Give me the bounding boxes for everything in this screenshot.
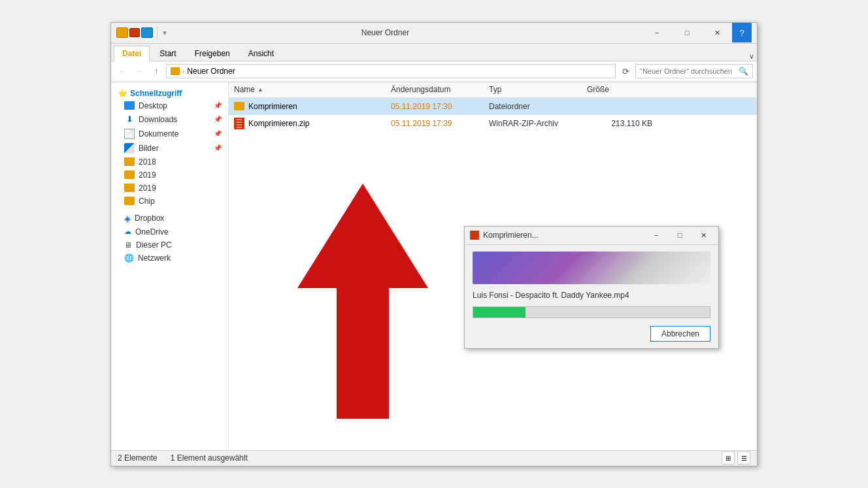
sidebar-item-2019b[interactable]: 2019 xyxy=(111,182,228,195)
sidebar-item-netzwerk[interactable]: 🌐 Netzwerk xyxy=(111,252,228,265)
sort-arrow-name: ▲ xyxy=(258,86,263,93)
ribbon-expand[interactable]: ∨ xyxy=(749,52,754,61)
col-header-date[interactable]: Änderungsdatum xyxy=(391,85,489,94)
dialog-body: Luis Fonsi - Despacito ft. Daddy Yankee.… xyxy=(465,245,718,348)
zip-icon-komprimieren xyxy=(234,118,244,129)
file-name-1: Komprimieren.zip xyxy=(234,118,391,129)
dialog-title-bar: Komprimieren... − □ ✕ xyxy=(465,227,718,245)
title-bar: ▼ Neuer Ordner − □ ✕ ? xyxy=(111,23,757,44)
file-date-1: 05.11.2019 17:39 xyxy=(391,119,489,128)
star-icon: ⭐ xyxy=(118,89,127,98)
quickaccess-label: Schnellzugriff xyxy=(130,89,182,98)
sidebar-item-bilder[interactable]: Bilder 📌 xyxy=(111,141,228,155)
svg-marker-0 xyxy=(297,184,428,419)
file-date-0: 05.11.2019 17:30 xyxy=(391,102,489,111)
pin-icon-dokumente: 📌 xyxy=(214,130,222,137)
onedrive-icon: ☁ xyxy=(124,227,131,236)
explorer-window: ▼ Neuer Ordner − □ ✕ ? Datei Start Freig… xyxy=(110,22,758,466)
folder-icon-2019a xyxy=(124,171,135,179)
main-content: ⭐ Schnellzugriff Desktop 📌 ⬇ Downloads 📌… xyxy=(111,82,757,450)
compress-dialog: Komprimieren... − □ ✕ Luis Fonsi - Despa… xyxy=(464,226,719,349)
address-path[interactable]: › Neuer Ordner xyxy=(166,64,616,78)
folder-icon-chip xyxy=(124,197,135,205)
pin-icon-downloads: 📌 xyxy=(214,116,222,123)
tab-start[interactable]: Start xyxy=(151,46,184,61)
sidebar-item-chip[interactable]: Chip xyxy=(111,195,228,208)
sidebar-item-desktop[interactable]: Desktop 📌 xyxy=(111,99,228,112)
dialog-progress-bar xyxy=(473,306,710,318)
close-button[interactable]: ✕ xyxy=(702,23,732,42)
col-header-name[interactable]: Name ▲ xyxy=(234,85,391,94)
view-list-button[interactable]: ☰ xyxy=(737,451,750,464)
column-headers: Name ▲ Änderungsdatum Typ Größe xyxy=(229,82,757,98)
search-icon: 🔍 xyxy=(739,67,748,76)
file-name-text-0: Komprimieren xyxy=(248,102,297,111)
col-size-label: Größe xyxy=(587,85,609,94)
ribbon: Datei Start Freigeben Ansicht ∨ xyxy=(111,44,757,61)
sidebar-item-onedrive[interactable]: ☁ OneDrive xyxy=(111,225,228,238)
pictures-icon xyxy=(124,143,135,154)
up-button[interactable]: ↑ xyxy=(149,64,163,78)
maximize-button[interactable]: □ xyxy=(672,23,702,42)
file-type-1: WinRAR-ZIP-Archiv xyxy=(489,119,587,128)
col-header-size[interactable]: Größe xyxy=(587,85,652,94)
sidebar-label-dokumente: Dokumente xyxy=(139,129,178,138)
forward-button[interactable]: → xyxy=(132,64,146,78)
sidebar-item-2018[interactable]: 2018 xyxy=(111,155,228,169)
col-name-label: Name xyxy=(234,85,255,94)
dialog-banner xyxy=(473,252,710,284)
sidebar-label-dropbox: Dropbox xyxy=(135,214,164,223)
sidebar-label-2019b: 2019 xyxy=(139,184,156,193)
col-date-label: Änderungsdatum xyxy=(391,85,450,94)
dialog-buttons: Abbrechen xyxy=(473,326,710,342)
minimize-button[interactable]: − xyxy=(642,23,672,42)
sidebar-item-2019a[interactable]: 2019 xyxy=(111,169,228,182)
sidebar-item-dokumente[interactable]: 📄 Dokumente 📌 xyxy=(111,127,228,141)
title-bar-controls: − □ ✕ ? xyxy=(642,23,752,42)
sidebar-label-2018: 2018 xyxy=(139,157,156,167)
sidebar-label-bilder: Bilder xyxy=(139,144,159,153)
sidebar-item-dropbox[interactable]: ◈ Dropbox xyxy=(111,212,228,225)
docs-icon: 📄 xyxy=(124,129,135,139)
sidebar-quickaccess-header[interactable]: ⭐ Schnellzugriff xyxy=(111,85,228,99)
col-header-type[interactable]: Typ xyxy=(489,85,587,94)
help-button[interactable]: ? xyxy=(732,23,752,42)
tab-datei[interactable]: Datei xyxy=(114,46,150,61)
pin-icon-desktop: 📌 xyxy=(214,102,222,109)
dialog-cancel-button[interactable]: Abbrechen xyxy=(650,326,710,342)
sidebar: ⭐ Schnellzugriff Desktop 📌 ⬇ Downloads 📌… xyxy=(111,82,229,450)
ribbon-expand-arrow: ∨ xyxy=(749,52,754,61)
sidebar-label-chip: Chip xyxy=(139,197,155,206)
tab-freigeben[interactable]: Freigeben xyxy=(186,46,239,61)
sidebar-label-netzwerk: Netzwerk xyxy=(138,253,171,263)
back-button[interactable]: ← xyxy=(115,64,129,78)
refresh-button[interactable]: ⟳ xyxy=(618,64,633,78)
status-bar: 2 Elemente 1 Element ausgewählt ⊞ ☰ xyxy=(111,450,757,466)
folder-icon-komprimieren xyxy=(234,102,244,110)
pin-icon-bilder: 📌 xyxy=(214,144,222,152)
dialog-title-text: Komprimieren... xyxy=(483,231,643,240)
sidebar-item-downloads[interactable]: ⬇ Downloads 📌 xyxy=(111,112,228,127)
status-selected-count: 1 Element ausgewählt xyxy=(171,453,248,463)
dialog-maximize-button[interactable]: □ xyxy=(670,227,690,243)
dialog-close-button[interactable]: ✕ xyxy=(693,227,713,243)
dialog-minimize-button[interactable]: − xyxy=(646,227,666,243)
sidebar-item-dieser-pc[interactable]: 🖥 Dieser PC xyxy=(111,238,228,252)
file-name-0: Komprimieren xyxy=(234,102,391,111)
window-title: Neuer Ordner xyxy=(129,28,642,37)
file-item-1[interactable]: Komprimieren.zip 05.11.2019 17:39 WinRAR… xyxy=(229,115,757,132)
folder-icon-tb xyxy=(116,27,128,38)
search-input[interactable] xyxy=(640,67,739,75)
view-details-button[interactable]: ⊞ xyxy=(722,451,735,464)
address-path-text: Neuer Ordner xyxy=(187,67,235,76)
red-arrow xyxy=(297,184,428,419)
sidebar-label-onedrive: OneDrive xyxy=(135,227,169,236)
search-box[interactable]: 🔍 xyxy=(635,64,753,78)
file-size-1: 213.110 KB xyxy=(587,119,652,128)
folder-icon-2018 xyxy=(124,157,135,166)
dialog-filename: Luis Fonsi - Despacito ft. Daddy Yankee.… xyxy=(473,291,710,300)
tab-ansicht[interactable]: Ansicht xyxy=(240,46,282,61)
address-chevron: › xyxy=(182,68,184,75)
file-item-0[interactable]: Komprimieren 05.11.2019 17:30 Dateiordne… xyxy=(229,98,757,115)
sidebar-label-2019a: 2019 xyxy=(139,171,156,180)
